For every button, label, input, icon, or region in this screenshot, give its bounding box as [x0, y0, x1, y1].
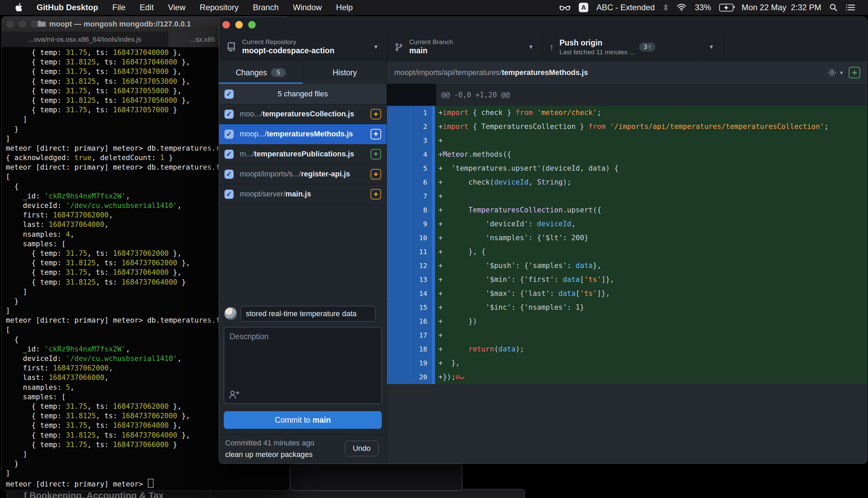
- diff-line-select-gutter[interactable]: [387, 203, 410, 217]
- menubar-item-view[interactable]: View: [168, 3, 186, 12]
- diff-line-select-gutter[interactable]: [387, 259, 410, 273]
- diff-line-select-gutter[interactable]: [387, 189, 410, 203]
- glasses-icon[interactable]: [559, 4, 571, 11]
- control-center-icon[interactable]: [846, 4, 855, 11]
- current-repository-button[interactable]: Current Repository moopt-codespace-actio…: [219, 32, 387, 62]
- diff-line-number[interactable]: 15: [410, 301, 432, 314]
- file-path: m.../temperaturesPublications.js: [240, 149, 371, 158]
- select-all-checkbox[interactable]: [225, 90, 233, 99]
- menubar-item-edit[interactable]: Edit: [140, 3, 153, 12]
- diff-line-select-gutter[interactable]: [387, 120, 410, 134]
- apple-logo-icon[interactable]: [15, 3, 22, 12]
- diff-line-number[interactable]: 1: [410, 106, 432, 120]
- diff-line-number[interactable]: 9: [410, 217, 432, 231]
- file-checkbox[interactable]: [225, 130, 233, 139]
- minimize-button[interactable]: [19, 21, 26, 28]
- file-row-register-api.js[interactable]: moopt/imports/s.../register-api.js: [219, 164, 387, 184]
- input-source-icon[interactable]: A: [579, 3, 588, 12]
- wifi-icon[interactable]: [677, 3, 686, 12]
- diff-line-number[interactable]: 11: [410, 245, 432, 259]
- diff-line-select-gutter[interactable]: [387, 147, 410, 161]
- diff-line-number[interactable]: 7: [410, 189, 432, 203]
- diff-line-number[interactable]: 4: [410, 147, 432, 161]
- chevron-down-icon: ▼: [528, 44, 534, 51]
- commit-button[interactable]: Commit to main: [224, 411, 382, 429]
- diff-line-number[interactable]: 2: [410, 120, 432, 134]
- diff-line-number[interactable]: 17: [410, 328, 432, 342]
- diff-line-code: + },: [435, 356, 867, 370]
- bluetooth-icon[interactable]: [663, 3, 668, 12]
- diff-line-number[interactable]: 8: [410, 203, 432, 217]
- diff-line-select-gutter[interactable]: [387, 314, 410, 328]
- search-icon[interactable]: [829, 3, 838, 12]
- diff-line-select-gutter[interactable]: [387, 356, 410, 370]
- diff-line-select-gutter[interactable]: [387, 370, 410, 384]
- diff-line: 1+import { check } from 'meteor/check';: [387, 106, 867, 120]
- diff-options-button[interactable]: ▼: [827, 68, 844, 77]
- current-branch-button[interactable]: Current Branch main ▼: [387, 32, 542, 62]
- menubar-item-repository[interactable]: Repository: [200, 3, 239, 12]
- changes-count-badge: 5: [271, 68, 286, 77]
- diff-line-select-gutter[interactable]: [387, 328, 410, 342]
- file-checkbox[interactable]: [225, 170, 233, 179]
- terminal-tab-active[interactable]: ...ova/mt-os.osx.x86_64/tools/index.js: [2, 31, 168, 47]
- menubar-clock[interactable]: Mon 22 May 2:32 PM: [742, 3, 821, 12]
- expand-diff-button[interactable]: +: [849, 67, 860, 78]
- minimize-button[interactable]: [235, 21, 243, 28]
- file-row-temperaturesCollection.js[interactable]: moo.../temperaturesCollection.js: [219, 104, 387, 124]
- diff-line-select-gutter[interactable]: [387, 273, 410, 287]
- add-coauthor-icon[interactable]: [229, 390, 240, 399]
- file-row-main.js[interactable]: moopt/server/main.js: [219, 184, 387, 204]
- close-button[interactable]: [6, 21, 14, 28]
- menubar-item-help[interactable]: Help: [336, 3, 352, 12]
- menubar-item-window[interactable]: Window: [293, 3, 322, 12]
- tab-history[interactable]: History: [303, 62, 387, 84]
- menubar-app-name[interactable]: GitHub Desktop: [37, 3, 98, 12]
- diff-line-number[interactable]: 10: [410, 231, 432, 245]
- diff-line-number[interactable]: 5: [410, 161, 432, 175]
- diff-line-select-gutter[interactable]: [387, 342, 410, 356]
- file-row-temperaturesPublications.js[interactable]: m.../temperaturesPublications.js: [219, 144, 387, 164]
- diff-line: 19+ },: [387, 356, 867, 370]
- diff-line-number[interactable]: 16: [410, 314, 432, 328]
- diff-line-select-gutter[interactable]: [387, 287, 410, 301]
- terminal-cursor: [148, 479, 153, 488]
- diff-line-select-gutter[interactable]: [387, 245, 410, 259]
- diff-line-select-gutter[interactable]: [387, 175, 410, 189]
- diff-line-number[interactable]: 13: [410, 273, 432, 287]
- background-window-text: f Bookeeping, Accounting & Tax: [24, 490, 164, 498]
- diff-line-number[interactable]: 18: [410, 342, 432, 356]
- zoom-button[interactable]: [248, 21, 256, 28]
- diff-line-number[interactable]: 14: [410, 287, 432, 301]
- terminal-line: ]: [6, 469, 287, 479]
- diff-line-number[interactable]: 19: [410, 356, 432, 370]
- tab-changes[interactable]: Changes 5: [219, 62, 303, 84]
- diff-line-select-gutter[interactable]: [387, 161, 410, 175]
- diff-line-number[interactable]: 12: [410, 259, 432, 273]
- file-checkbox[interactable]: [225, 149, 233, 159]
- diff-line-number[interactable]: 3: [410, 134, 432, 147]
- diff-line: 11+ }, {: [387, 245, 867, 259]
- diff-line-code: +});⊘↵: [435, 370, 867, 384]
- menubar-item-file[interactable]: File: [112, 3, 125, 12]
- diff-line-select-gutter[interactable]: [387, 134, 410, 147]
- push-origin-button[interactable]: ↑ Push origin Last fetched 11 minutes ..…: [542, 32, 698, 62]
- repo-icon: [227, 42, 236, 52]
- undo-button[interactable]: Undo: [345, 441, 378, 456]
- file-checkbox[interactable]: [225, 109, 233, 119]
- diff-line-number[interactable]: 20: [410, 370, 432, 384]
- input-source-label[interactable]: ABC - Extended: [597, 3, 655, 12]
- diff-line-number[interactable]: 6: [410, 175, 432, 189]
- diff-line-select-gutter[interactable]: [387, 217, 410, 231]
- push-options-button[interactable]: ▼: [698, 32, 725, 62]
- close-button[interactable]: [223, 21, 230, 28]
- diff-line-select-gutter[interactable]: [387, 106, 410, 120]
- diff-line-select-gutter[interactable]: [387, 231, 410, 245]
- github-titlebar[interactable]: [219, 17, 867, 32]
- file-row-temperaturesMethods.js[interactable]: moop.../temperaturesMethods.js: [219, 124, 387, 144]
- menubar-item-branch[interactable]: Branch: [253, 3, 279, 12]
- commit-description-input[interactable]: [224, 327, 382, 403]
- file-checkbox[interactable]: [225, 189, 233, 199]
- diff-line-select-gutter[interactable]: [387, 301, 410, 314]
- commit-summary-input[interactable]: [241, 306, 376, 322]
